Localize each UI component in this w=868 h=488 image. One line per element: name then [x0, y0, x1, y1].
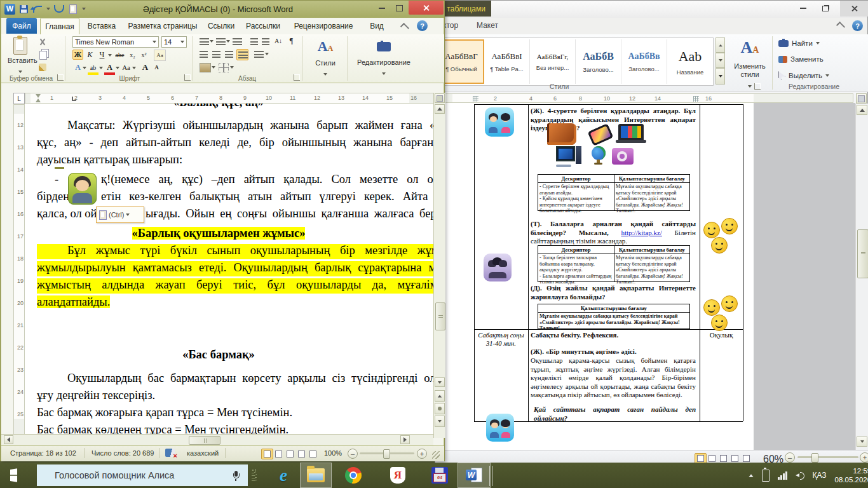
align-center-icon[interactable] [212, 51, 220, 58]
select-browse-object-button[interactable] [435, 403, 445, 414]
style-item-no-spacing[interactable]: АаБбВвГг,Без интер... [530, 39, 576, 84]
tab-references[interactable]: Ссылки [203, 18, 240, 34]
tab-stop-selector[interactable]: L [13, 93, 25, 104]
scroll-right-arrow[interactable] [400, 435, 410, 444]
paste-button[interactable]: Вставить [8, 37, 33, 76]
justify-button-highlight[interactable] [236, 49, 248, 60]
increase-indent-icon[interactable] [262, 38, 269, 46]
tab-file[interactable]: Файл [6, 18, 37, 34]
gallery-scroll-up[interactable] [715, 37, 725, 53]
undo-dropdown-icon[interactable] [46, 3, 51, 15]
collapse-ribbon-icon[interactable] [400, 23, 409, 32]
resize-grip[interactable] [432, 451, 440, 459]
microphone-icon[interactable] [233, 471, 239, 480]
back-page[interactable]: (Ж). 4-суретте берілген құралдарды атаңд… [435, 103, 754, 450]
scroll-down-arrow[interactable] [857, 437, 867, 447]
tab-review[interactable]: Рецензирование [287, 18, 360, 34]
redo-icon[interactable] [53, 3, 65, 15]
format-painter-button[interactable] [39, 64, 46, 71]
page-indicator[interactable]: Страница: 18 из 102 [10, 449, 76, 457]
front-vertical-ruler[interactable]: 12 13 14 15 16 17 18 19 20 21 22 23 24 2… [13, 104, 25, 438]
fullscreen-view-button[interactable] [273, 449, 285, 459]
decrease-indent-icon[interactable] [250, 38, 258, 46]
word-window-back[interactable]: с таблицами ктор Макет ? АаБбВвГ¶ Обычны… [435, 0, 868, 463]
font-name-combobox[interactable]: Times New Roman [72, 36, 159, 48]
tab-page-layout[interactable]: Разметка страницы [125, 18, 200, 34]
hanging-indent-marker[interactable] [36, 98, 41, 102]
styles-button[interactable]: АA Стили [308, 38, 343, 78]
spellcheck-icon[interactable]: × [165, 449, 175, 457]
language-switcher[interactable]: ҚАЗ [813, 471, 827, 480]
back-minimize-button[interactable] [794, 2, 812, 15]
help-icon[interactable]: ? [417, 20, 428, 31]
front-close-button[interactable] [409, 1, 444, 15]
qat-more-icon[interactable] [81, 3, 86, 15]
sort-icon[interactable]: А↓ [272, 36, 285, 46]
first-line-indent-marker[interactable] [36, 94, 41, 98]
table-column-marker[interactable] [473, 96, 478, 102]
network-signal-icon[interactable] [778, 471, 787, 480]
collapse-ribbon-icon[interactable] [836, 22, 845, 30]
taskbar-word-icon[interactable]: W [458, 463, 491, 488]
zoom-slider-knob[interactable] [811, 453, 818, 463]
zoom-in-button[interactable]: + [860, 452, 868, 463]
tab-mailings[interactable]: Рассылки [242, 18, 284, 34]
start-button[interactable] [0, 463, 36, 488]
align-left-icon[interactable] [200, 51, 208, 58]
taskbar-yandex-icon[interactable]: Я [384, 463, 412, 488]
table-column-marker[interactable] [693, 96, 699, 102]
back-horizontal-ruler[interactable]: 2 4 6 8 10 12 14 16 [435, 93, 853, 103]
line-spacing-icon[interactable] [254, 51, 264, 58]
back-document-area[interactable]: (Ж). 4-суретте берілген құралдарды атаңд… [435, 103, 855, 450]
style-item-heading2[interactable]: АаБбВвЗаголово... [621, 39, 667, 84]
front-vertical-scrollbar[interactable] [433, 93, 445, 438]
text-effects-button[interactable]: А [72, 62, 83, 72]
taskbar-file-explorer-icon[interactable] [300, 463, 332, 488]
clear-formatting-button[interactable]: Aa [154, 50, 166, 61]
web-layout-view-button[interactable] [284, 449, 296, 459]
scroll-up-arrow[interactable] [435, 104, 445, 114]
speaker-icon[interactable] [796, 471, 804, 480]
italic-button[interactable]: К [85, 50, 95, 60]
bold-button[interactable]: Ж [72, 50, 83, 60]
back-vertical-scrollbar[interactable] [855, 104, 868, 450]
zoom-slider[interactable] [797, 456, 858, 458]
paste-options-button[interactable]: (Ctrl) [96, 207, 144, 223]
show-paragraph-marks-icon[interactable]: ¶ [286, 36, 297, 46]
save-icon[interactable] [18, 3, 29, 15]
show-hidden-icons[interactable] [749, 474, 753, 477]
underline-button[interactable]: Ч [97, 50, 107, 60]
next-page-button[interactable] [435, 416, 445, 427]
superscript-button[interactable]: x² [139, 50, 149, 60]
zoom-out-button[interactable]: – [785, 452, 795, 463]
gallery-expand[interactable] [715, 68, 725, 85]
scroll-thumb[interactable] [857, 229, 868, 278]
tab-insert[interactable]: Вставка [82, 18, 121, 34]
shading-icon[interactable] [200, 63, 211, 72]
back-restore-button[interactable] [817, 2, 834, 15]
back-ruler-toggle-button[interactable] [856, 93, 867, 104]
highlight-color-button[interactable]: ab [88, 62, 98, 75]
gallery-scroll-down[interactable] [715, 53, 725, 68]
tab-home[interactable]: Главная [40, 18, 79, 34]
zoom-in-button[interactable]: + [417, 449, 427, 459]
zoom-out-button[interactable]: – [348, 449, 358, 459]
help-icon[interactable]: ? [852, 20, 863, 31]
style-item-title[interactable]: АаbНазвание [667, 39, 713, 84]
editing-button[interactable]: Редактирование [352, 38, 416, 78]
style-item-heading1[interactable]: АаБбВЗаголово... [576, 39, 621, 84]
pasted-boy-avatar-image[interactable] [68, 173, 97, 205]
front-horizontal-scrollbar[interactable] [1, 434, 433, 445]
font-color-button[interactable]: А [104, 62, 115, 75]
taskbar-ie-icon[interactable]: e [269, 463, 297, 488]
previous-page-button[interactable] [435, 390, 445, 402]
back-close-button[interactable] [840, 1, 868, 17]
scroll-left-arrow[interactable] [4, 435, 13, 444]
search-box[interactable]: Голосовой помощник Алиса [37, 464, 248, 486]
zoom-slider-knob[interactable] [383, 449, 390, 459]
grow-font-button[interactable]: А [140, 62, 151, 72]
bullets-icon[interactable] [200, 38, 209, 46]
front-horizontal-ruler[interactable]: 1 2 3 4 5 6 7 8 9 10 11 12 13 14 15 16 [25, 93, 434, 104]
styles-gallery[interactable]: АаБбВвГ¶ Обычный АаБбВвІ¶ Table Pa... Аа… [438, 37, 714, 86]
outline-view-button[interactable] [295, 449, 308, 459]
